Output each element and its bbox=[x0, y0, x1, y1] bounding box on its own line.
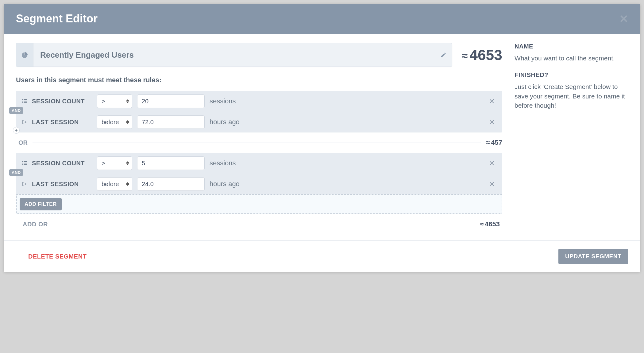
total-count: ≈4653 bbox=[461, 47, 502, 63]
list-ordered-icon bbox=[21, 160, 28, 166]
delete-segment-button[interactable]: DELETE SEGMENT bbox=[16, 253, 87, 260]
value-input[interactable] bbox=[137, 156, 205, 170]
svg-rect-7 bbox=[22, 102, 23, 103]
svg-rect-14 bbox=[24, 164, 27, 165]
modal-body: Recently Engaged Users ≈4653 Users in th… bbox=[4, 34, 640, 240]
rules-intro: Users in this segment must meet these ru… bbox=[16, 76, 502, 84]
segment-editor-modal: Segment Editor Recently Engaged Users bbox=[4, 4, 640, 272]
rule-row: LAST SESSION before hours ago bbox=[16, 112, 502, 132]
value-input[interactable] bbox=[137, 94, 205, 108]
svg-rect-2 bbox=[24, 99, 27, 100]
rule-label: LAST SESSION bbox=[32, 181, 79, 188]
rule-group: AND + SESSION COUNT > bbox=[16, 91, 502, 132]
approx-icon: ≈ bbox=[480, 220, 484, 228]
svg-rect-5 bbox=[22, 99, 23, 100]
and-chip: AND bbox=[9, 169, 23, 176]
approx-icon: ≈ bbox=[486, 139, 490, 146]
svg-rect-17 bbox=[22, 164, 23, 165]
operator-value: > bbox=[102, 160, 105, 167]
remove-rule-icon[interactable] bbox=[487, 160, 497, 166]
segment-name-text: Recently Engaged Users bbox=[33, 43, 435, 67]
rules-area: AND + SESSION COUNT > bbox=[16, 91, 502, 228]
modal-header: Segment Editor bbox=[4, 4, 640, 34]
svg-rect-15 bbox=[22, 161, 23, 162]
update-segment-button[interactable]: UPDATE SEGMENT bbox=[558, 249, 628, 264]
rules-column: Recently Engaged Users ≈4653 Users in th… bbox=[16, 43, 502, 228]
svg-rect-6 bbox=[22, 101, 23, 102]
svg-rect-13 bbox=[24, 163, 27, 163]
or-count: ≈457 bbox=[486, 139, 502, 147]
unit-label: sessions bbox=[210, 97, 236, 105]
unit-label: hours ago bbox=[210, 118, 240, 126]
operator-select[interactable]: before bbox=[97, 115, 132, 129]
rule-row: SESSION COUNT > sessions bbox=[16, 153, 502, 174]
svg-rect-16 bbox=[22, 163, 23, 163]
logout-icon bbox=[21, 181, 28, 187]
and-chip: AND bbox=[9, 107, 23, 114]
rule-group: AND SESSION COUNT > s bbox=[16, 153, 502, 194]
svg-rect-3 bbox=[24, 101, 27, 102]
value-input[interactable] bbox=[137, 177, 205, 191]
rule-label: SESSION COUNT bbox=[32, 160, 85, 167]
total-count-value: 4653 bbox=[469, 47, 502, 63]
svg-rect-12 bbox=[24, 161, 27, 162]
select-caret-icon bbox=[126, 161, 129, 165]
approx-icon: ≈ bbox=[461, 49, 468, 62]
finished-heading: FINISHED? bbox=[515, 71, 628, 79]
operator-value: before bbox=[102, 181, 119, 188]
help-sidebar: NAME What you want to call the segment. … bbox=[515, 43, 628, 228]
separator-line bbox=[33, 143, 481, 143]
name-heading: NAME bbox=[515, 43, 628, 50]
rule-row: SESSION COUNT > sessions bbox=[16, 91, 502, 112]
rule-label: SESSION COUNT bbox=[32, 98, 85, 105]
group-count-value: 4653 bbox=[485, 220, 500, 228]
value-input[interactable] bbox=[137, 115, 205, 129]
remove-rule-icon[interactable] bbox=[487, 98, 497, 104]
add-or-row: ADD OR ≈4653 bbox=[16, 220, 502, 228]
rule-label: LAST SESSION bbox=[32, 119, 79, 126]
operator-select[interactable]: > bbox=[97, 94, 132, 108]
finished-description: Just click ‘Create Segment’ below to sav… bbox=[515, 82, 628, 110]
group-count: ≈4653 bbox=[480, 220, 500, 228]
svg-rect-4 bbox=[24, 102, 27, 103]
add-or-button[interactable]: ADD OR bbox=[23, 221, 48, 228]
modal-footer: DELETE SEGMENT UPDATE SEGMENT bbox=[4, 240, 640, 272]
unit-label: sessions bbox=[210, 159, 236, 167]
or-count-value: 457 bbox=[491, 139, 502, 146]
select-caret-icon bbox=[126, 99, 129, 103]
or-label: OR bbox=[18, 139, 28, 146]
list-ordered-icon bbox=[21, 98, 28, 104]
close-icon[interactable] bbox=[619, 14, 628, 23]
operator-value: before bbox=[102, 119, 119, 126]
segment-name-row: Recently Engaged Users ≈4653 bbox=[16, 43, 502, 67]
name-description: What you want to call the segment. bbox=[515, 54, 628, 63]
remove-rule-icon[interactable] bbox=[487, 119, 497, 125]
select-caret-icon bbox=[126, 120, 129, 124]
add-filter-button[interactable]: ADD FILTER bbox=[20, 198, 62, 210]
add-rule-icon[interactable]: + bbox=[13, 127, 20, 134]
segment-name-box: Recently Engaged Users bbox=[16, 43, 452, 67]
unit-label: hours ago bbox=[210, 180, 240, 188]
add-filter-box: ADD FILTER bbox=[16, 194, 502, 214]
operator-select[interactable]: > bbox=[97, 156, 132, 170]
or-separator: OR ≈457 bbox=[18, 139, 502, 147]
remove-rule-icon[interactable] bbox=[487, 181, 497, 187]
logout-icon bbox=[21, 119, 28, 125]
operator-select[interactable]: before bbox=[97, 177, 132, 191]
pie-chart-icon bbox=[16, 43, 33, 67]
pencil-icon[interactable] bbox=[435, 43, 452, 67]
operator-value: > bbox=[102, 98, 105, 105]
select-caret-icon bbox=[126, 182, 129, 186]
rule-row: LAST SESSION before hours ago bbox=[16, 174, 502, 194]
modal-title: Segment Editor bbox=[16, 12, 98, 25]
